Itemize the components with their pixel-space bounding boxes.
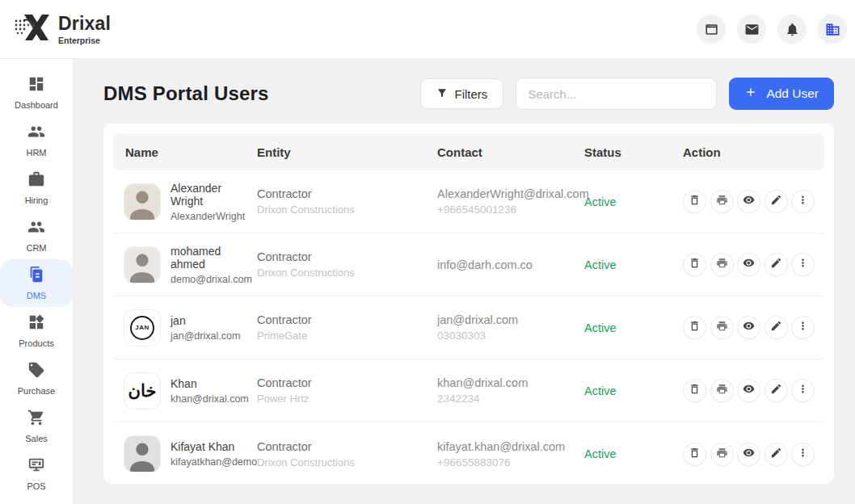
status-badge: Active [584,384,657,397]
sidebar: Dashboard HRM Hiring CRM DMS Products Pu… [0,59,74,504]
table-row: Kifayat Khan kifayatkhan@demo Contractor… [113,422,824,485]
pencil-icon [770,257,782,272]
sidebar-item-crm[interactable]: CRM [0,212,73,259]
documents-copy-icon [27,266,45,287]
widgets-icon [27,313,45,334]
drixal-x-mark-icon [13,10,50,48]
contact-email: khan@drixal.com [437,376,584,389]
app-header: Drixal Enterprise [0,0,855,59]
printer-icon [716,383,728,398]
printer-icon [716,320,728,335]
sidebar-label: Hiring [25,195,48,205]
jan-logo: JAN [130,316,154,340]
trash-icon [689,257,701,272]
edit-button[interactable] [764,316,788,339]
sidebar-item-sales[interactable]: Sales [0,402,73,450]
sidebar-item-purchase[interactable]: Purchase [0,355,73,402]
avatar: خان [124,372,161,410]
contact-phone: 2342234 [437,393,584,405]
column-header-name: Name [113,145,257,159]
print-button[interactable] [710,443,734,466]
kebab-menu-icon [797,447,809,462]
brand-logo[interactable]: Drixal Enterprise [13,10,111,48]
trash-icon [689,320,701,335]
eye-icon [743,320,755,335]
column-header-action: Action [657,145,824,159]
pencil-icon [770,194,782,209]
delete-button[interactable] [683,443,706,466]
bell-icon[interactable] [777,15,807,44]
entity-type: Contractor [257,313,437,326]
trash-icon [689,383,701,398]
briefcase-icon [27,170,45,191]
more-button[interactable] [791,190,815,213]
sidebar-item-dashboard[interactable]: Dashboard [0,69,73,116]
printer-icon [716,447,728,462]
entity-company: PrimeGate [257,330,437,342]
edit-button[interactable] [764,253,788,276]
company-building-icon[interactable] [818,15,847,44]
edit-button[interactable] [764,190,788,213]
view-button[interactable] [737,253,760,276]
window-icon[interactable] [697,15,726,44]
plus-icon [744,86,757,102]
delete-button[interactable] [683,316,706,339]
table-row: Alexander Wright AlexanderWright Contrac… [113,170,824,233]
brand-subtitle: Enterprise [58,36,111,45]
price-tag-icon [27,361,45,382]
view-button[interactable] [737,443,760,466]
print-button[interactable] [710,253,734,276]
brand-name: Drixal [58,13,111,35]
trash-icon [689,447,701,462]
kebab-menu-icon [797,257,809,272]
delete-button[interactable] [683,379,706,402]
edit-button[interactable] [764,379,788,402]
status-badge: Active [584,195,657,208]
sidebar-label: HRM [26,148,46,158]
view-button[interactable] [737,190,760,213]
add-user-button[interactable]: Add User [729,78,834,110]
view-button[interactable] [737,379,760,402]
print-button[interactable] [710,316,734,339]
pos-terminal-icon [27,456,45,477]
status-badge: Active [584,321,657,334]
khan-calligraphy-logo: خان [128,382,157,399]
sidebar-item-products[interactable]: Products [0,307,73,355]
delete-button[interactable] [683,253,706,276]
column-header-contact: Contact [437,145,584,159]
print-button[interactable] [710,379,734,402]
more-button[interactable] [791,253,815,276]
sidebar-item-hiring[interactable]: Hiring [0,164,73,212]
contact-email: jan@drixal.com [437,313,584,326]
column-header-status: Status [584,145,657,159]
entity-type: Contractor [257,250,437,263]
sidebar-label: Purchase [18,386,55,396]
print-button[interactable] [710,190,734,213]
contact-phone: 03030303 [437,330,584,342]
filters-button[interactable]: Filters [420,78,504,109]
avatar [124,183,161,220]
more-button[interactable] [791,316,815,339]
delete-button[interactable] [683,190,706,213]
contact-email: AlexanderWright@drixal.com [437,187,584,200]
table-row: خان Khan khan@drixal.com Contractor Powe… [113,359,824,422]
kebab-menu-icon [797,383,809,398]
contact-phone: +96655883076 [437,456,584,468]
kebab-menu-icon [797,194,809,209]
pencil-icon [770,447,782,462]
sidebar-item-pos[interactable]: POS [0,450,73,498]
mail-icon[interactable] [737,15,766,44]
view-button[interactable] [737,316,760,339]
search-input[interactable] [516,78,717,110]
user-name: Kifayat Khan [171,440,257,453]
entity-company: Drixon Constructions [257,456,437,468]
sidebar-item-hrm[interactable]: HRM [0,116,73,164]
sidebar-item-dms[interactable]: DMS [0,259,73,307]
user-username: kifayatkhan@demo [171,456,257,468]
eye-icon [743,447,755,462]
more-button[interactable] [791,379,815,402]
filters-label: Filters [455,87,488,101]
entity-type: Contractor [257,187,437,200]
more-button[interactable] [791,443,815,466]
edit-button[interactable] [764,443,788,466]
